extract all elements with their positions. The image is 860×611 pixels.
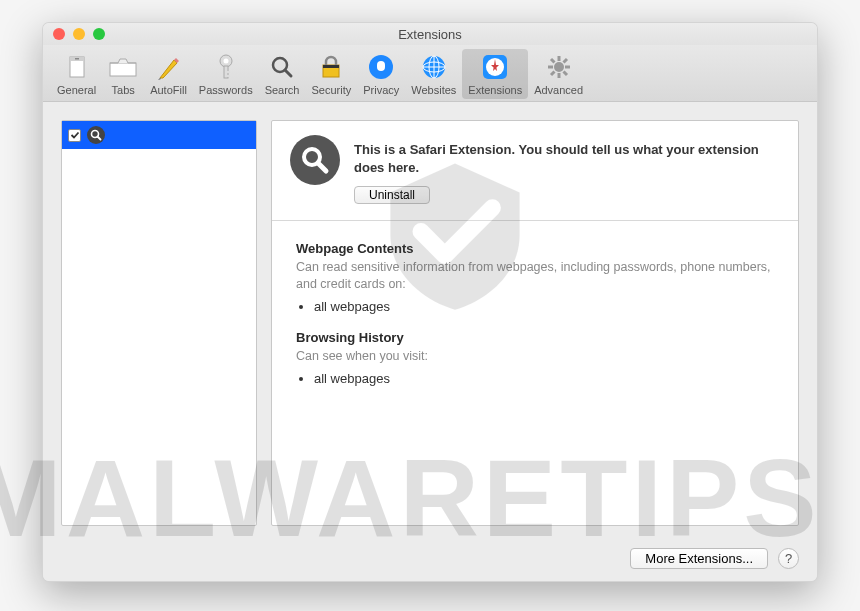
svg-line-31 bbox=[563, 59, 567, 63]
permissions-section: Webpage Contents Can read sensitive info… bbox=[272, 221, 798, 422]
preferences-window: Extensions General Tabs AutoFill Passwor… bbox=[42, 22, 818, 582]
permission-title: Browsing History bbox=[296, 330, 774, 345]
permission-block: Browsing History Can see when you visit:… bbox=[296, 330, 774, 386]
footer: More Extensions... ? bbox=[43, 538, 817, 581]
security-icon bbox=[316, 52, 346, 82]
tab-privacy[interactable]: Privacy bbox=[357, 49, 405, 99]
search-icon bbox=[290, 135, 340, 185]
close-button[interactable] bbox=[53, 28, 65, 40]
extension-description: This is a Safari Extension. You should t… bbox=[354, 141, 780, 176]
extension-header: This is a Safari Extension. You should t… bbox=[272, 121, 798, 221]
svg-line-35 bbox=[318, 163, 326, 171]
search-icon bbox=[87, 126, 105, 144]
permission-list-item: all webpages bbox=[314, 299, 774, 314]
tab-advanced[interactable]: Advanced bbox=[528, 49, 589, 99]
advanced-icon bbox=[544, 52, 574, 82]
extensions-icon bbox=[480, 52, 510, 82]
tab-security[interactable]: Security bbox=[305, 49, 357, 99]
help-button[interactable]: ? bbox=[778, 548, 799, 569]
svg-rect-8 bbox=[226, 75, 230, 77]
preferences-toolbar: General Tabs AutoFill Passwords Search bbox=[43, 45, 817, 102]
tab-extensions[interactable]: Extensions bbox=[462, 49, 528, 99]
svg-point-5 bbox=[223, 59, 228, 64]
more-extensions-button[interactable]: More Extensions... bbox=[630, 548, 768, 569]
svg-rect-2 bbox=[75, 58, 79, 60]
extension-info: This is a Safari Extension. You should t… bbox=[354, 135, 780, 204]
minimize-button[interactable] bbox=[73, 28, 85, 40]
window-controls bbox=[53, 28, 105, 40]
autofill-icon bbox=[153, 52, 183, 82]
tab-search[interactable]: Search bbox=[259, 49, 306, 99]
tab-tabs[interactable]: Tabs bbox=[102, 49, 144, 99]
permission-list: all webpages bbox=[314, 299, 774, 314]
svg-line-28 bbox=[551, 59, 555, 63]
passwords-icon bbox=[211, 52, 241, 82]
permission-description: Can read sensitive information from webp… bbox=[296, 259, 774, 293]
extension-list-item[interactable] bbox=[62, 121, 256, 149]
svg-line-33 bbox=[98, 137, 101, 140]
tab-autofill[interactable]: AutoFill bbox=[144, 49, 193, 99]
content-area: This is a Safari Extension. You should t… bbox=[43, 102, 817, 538]
extension-detail-panel: This is a Safari Extension. You should t… bbox=[271, 120, 799, 526]
privacy-icon bbox=[366, 52, 396, 82]
tab-passwords[interactable]: Passwords bbox=[193, 49, 259, 99]
permission-block: Webpage Contents Can read sensitive info… bbox=[296, 241, 774, 314]
permission-description: Can see when you visit: bbox=[296, 348, 774, 365]
svg-rect-14 bbox=[377, 61, 385, 71]
svg-rect-7 bbox=[226, 71, 230, 73]
tabs-icon bbox=[108, 52, 138, 82]
search-icon bbox=[267, 52, 297, 82]
permission-title: Webpage Contents bbox=[296, 241, 774, 256]
uninstall-button[interactable]: Uninstall bbox=[354, 186, 430, 204]
window-title: Extensions bbox=[398, 27, 462, 42]
extension-enable-checkbox[interactable] bbox=[68, 129, 81, 142]
general-icon bbox=[62, 52, 92, 82]
extensions-sidebar bbox=[61, 120, 257, 526]
permission-list: all webpages bbox=[314, 371, 774, 386]
svg-line-10 bbox=[285, 70, 291, 76]
svg-rect-3 bbox=[110, 63, 136, 76]
svg-line-29 bbox=[563, 72, 567, 76]
permission-list-item: all webpages bbox=[314, 371, 774, 386]
svg-rect-12 bbox=[323, 65, 339, 68]
maximize-button[interactable] bbox=[93, 28, 105, 40]
titlebar: Extensions bbox=[43, 23, 817, 45]
tab-websites[interactable]: Websites bbox=[405, 49, 462, 99]
svg-line-30 bbox=[551, 72, 555, 76]
tab-general[interactable]: General bbox=[51, 49, 102, 99]
svg-point-23 bbox=[554, 62, 564, 72]
websites-icon bbox=[419, 52, 449, 82]
